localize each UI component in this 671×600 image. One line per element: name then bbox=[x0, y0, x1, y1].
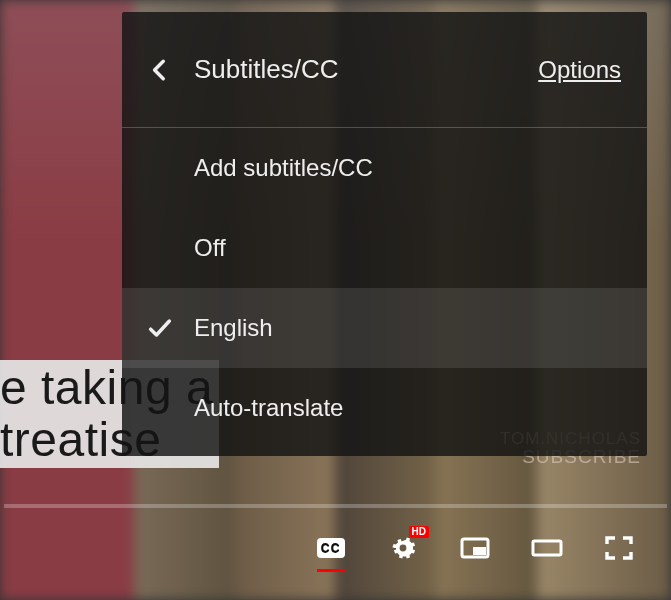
menu-item-label: Auto-translate bbox=[194, 394, 343, 422]
options-link[interactable]: Options bbox=[538, 56, 621, 84]
player-controls: HD bbox=[0, 518, 671, 578]
menu-item-label: Add subtitles/CC bbox=[194, 154, 373, 182]
theater-icon bbox=[529, 530, 565, 566]
progress-bar[interactable] bbox=[4, 504, 667, 508]
menu-item-auto-translate[interactable]: Auto-translate bbox=[122, 368, 647, 448]
check-icon bbox=[146, 314, 174, 342]
fullscreen-icon bbox=[601, 530, 637, 566]
menu-item-label: Off bbox=[194, 234, 226, 262]
menu-item-off[interactable]: Off bbox=[122, 208, 647, 288]
subtitles-menu: Subtitles/CC Options Add subtitles/CC Of… bbox=[122, 12, 647, 456]
hd-badge: HD bbox=[409, 526, 429, 538]
miniplayer-icon bbox=[457, 530, 493, 566]
menu-header: Subtitles/CC Options bbox=[122, 12, 647, 128]
miniplayer-button[interactable] bbox=[457, 530, 493, 566]
back-button[interactable] bbox=[140, 50, 180, 90]
fullscreen-button[interactable] bbox=[601, 530, 637, 566]
svg-rect-3 bbox=[533, 541, 561, 555]
settings-button[interactable]: HD bbox=[385, 530, 421, 566]
cc-icon bbox=[313, 530, 349, 566]
subtitles-button[interactable] bbox=[313, 530, 349, 566]
chevron-left-icon bbox=[147, 57, 173, 83]
theater-button[interactable] bbox=[529, 530, 565, 566]
cc-active-indicator bbox=[317, 569, 345, 572]
menu-item-add-subtitles[interactable]: Add subtitles/CC bbox=[122, 128, 647, 208]
svg-rect-2 bbox=[473, 547, 486, 555]
video-player: e taking a treatise TOM.NICHOLAS SUBSCRI… bbox=[0, 0, 671, 600]
menu-item-label: English bbox=[194, 314, 273, 342]
menu-item-english[interactable]: English bbox=[122, 288, 647, 368]
menu-title: Subtitles/CC bbox=[194, 54, 339, 85]
